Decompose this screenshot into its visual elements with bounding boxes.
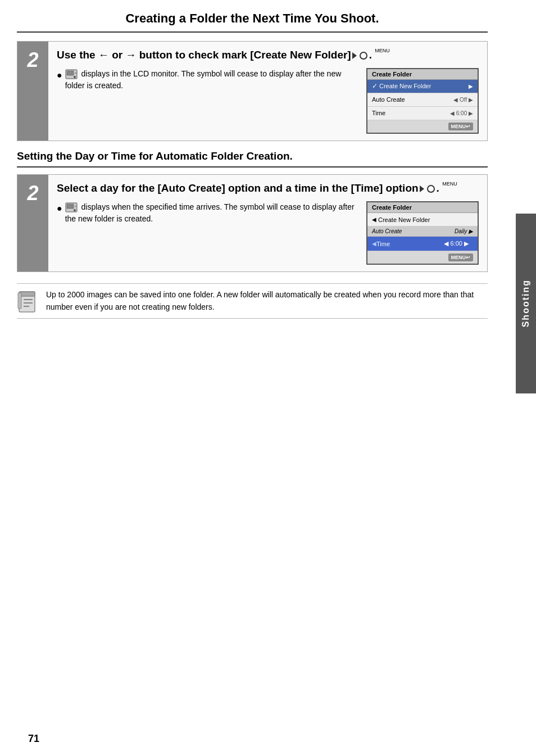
svg-rect-1 [67,71,74,75]
step2-title: Select a day for the [Auto Create] optio… [57,182,479,196]
lcd1-row1-label: Create New Folder [379,83,469,89]
step1-box: 2 Use the ← or → button to check mark [C… [17,41,488,141]
step2-lcd: Create Folder ◀ Create New Folder Auto C… [366,201,479,265]
lcd1-title: Create Folder [367,69,478,80]
step2-bullet: ● displays when the specified time arriv… [57,201,358,225]
arrow-left-icon: ← [98,49,109,61]
step1-bullet: ● displays in the LCD monitor. The symbo… [57,68,358,92]
triangle2-icon [420,185,424,192]
lcd1-footer: MENU↩ [367,120,478,133]
step1-body: ● displays in the LCD monitor. The symbo… [57,68,479,134]
check-mark-icon: ✓ [372,82,378,90]
lcd1-row3: Time ◀ 6:00 ▶ [367,107,478,120]
step1-text: ● displays in the LCD monitor. The symbo… [57,68,358,95]
step1-content: Use the ← or → button to check mark [Cre… [48,42,487,141]
lcd1-arrow-left: ◀ [453,97,458,103]
lcd1-row3-label: Time [372,110,450,116]
lcd1-row2: Auto Create ◀ Off ▶ [367,93,478,107]
lcd2-row2-label: Auto Create [372,228,402,234]
lcd1-row2-label: Auto Create [372,96,453,103]
step1-title: Use the ← or → button to check mark [Cre… [57,48,479,62]
lcd1-arrow-right: ▶ [469,97,473,103]
lcd2-arr-left: ◀ [372,241,376,247]
circle2-icon [427,185,435,193]
lcd1-row1: ✓ Create New Folder ▶ [367,80,478,93]
page-container: Shooting Creating a Folder the Next Time… [0,0,536,756]
lcd1-row3-val: 6:00 [456,110,467,116]
step2-box: 2 Select a day for the [Auto Create] opt… [17,174,488,272]
lcd2-footer: MENU↩ [367,251,478,264]
note-icon-svg [17,291,39,313]
note-box: Up to 2000 images can be saved into one … [17,283,488,319]
side-tab: Shooting [516,214,536,393]
lcd1-row3-arr-l: ◀ [450,110,455,116]
lcd1-row3-arr-r: ▶ [469,110,473,116]
svg-point-3 [74,76,76,78]
lcd1-menu-btn: MENU↩ [448,123,474,130]
lcd2-time-arr-l: ◀ [444,240,448,247]
lcd1-row3-value: ◀ 6:00 ▶ [450,110,473,116]
step1-bullet-text: displays in the LCD monitor. The symbol … [65,69,342,90]
step1-number: 2 [27,48,38,72]
lcd2-autocreate-row: Auto Create Daily ▶ [367,227,478,237]
lcd2-menu-btn: MENU↩ [448,253,474,261]
page-number: 71 [28,733,39,745]
svg-point-7 [74,209,76,211]
note-icon [17,291,39,313]
step1-lcd: Create Folder ✓ Create New Folder ▶ Auto… [366,68,479,134]
lcd2-row3: ◀ Time ◀ 6:00 ▶ [367,237,478,251]
bullet-dot: ● [57,69,62,82]
step1-number-col: 2 [17,42,48,141]
step2-text: ● displays when the specified time arriv… [57,201,358,228]
step2-bullet-text: displays when the specified time arrives… [65,202,355,223]
lcd2-left-arrow: ◀ [372,216,376,223]
menu-icon-inline: displays in the LCD monitor. The symbol … [65,68,358,92]
arrow-right-icon: → [125,49,136,61]
triangle-icon [352,52,357,59]
lcd2-time-arr-r: ▶ [464,240,469,247]
lcd2-row1: ◀ Create New Folder [367,213,478,227]
lcd2-time-val: 6:00 [451,240,462,247]
step2-number-col: 2 [17,175,48,271]
lcd2-time-value: ◀ 6:00 ▶ [439,239,473,248]
lcd2-row2-value: Daily ▶ [455,228,473,234]
note-text: Up to 2000 images can be saved into one … [46,288,488,314]
lcd2-row1-label: Create New Folder [378,216,473,223]
step2-number: 2 [27,182,38,205]
svg-rect-10 [18,293,21,309]
svg-rect-5 [67,204,74,209]
lcd1-row2-val: Off [460,97,467,103]
page-title: Creating a Folder the Next Time You Shoo… [17,11,488,33]
menu2-icon-inline: displays when the specified time arrives… [65,201,358,225]
main-content: Creating a Folder the Next Time You Shoo… [0,0,516,330]
side-tab-label: Shooting [521,279,531,327]
circle-icon [360,52,367,60]
lcd2-row3-label: Time [376,241,439,247]
section2-heading: Setting the Day or Time for Automatic Fo… [17,150,488,168]
lcd1-arrow1: ▶ [469,83,473,89]
lcd1-row2-value: ◀ Off ▶ [453,97,473,103]
lcd2-title: Create Folder [367,202,478,213]
step2-content: Select a day for the [Auto Create] optio… [48,175,487,271]
menu2-superscript: MENU [442,181,457,187]
step2-body: ● displays when the specified time arriv… [57,201,479,265]
menu-superscript: MENU [375,48,390,53]
bullet2-dot: ● [57,202,62,215]
